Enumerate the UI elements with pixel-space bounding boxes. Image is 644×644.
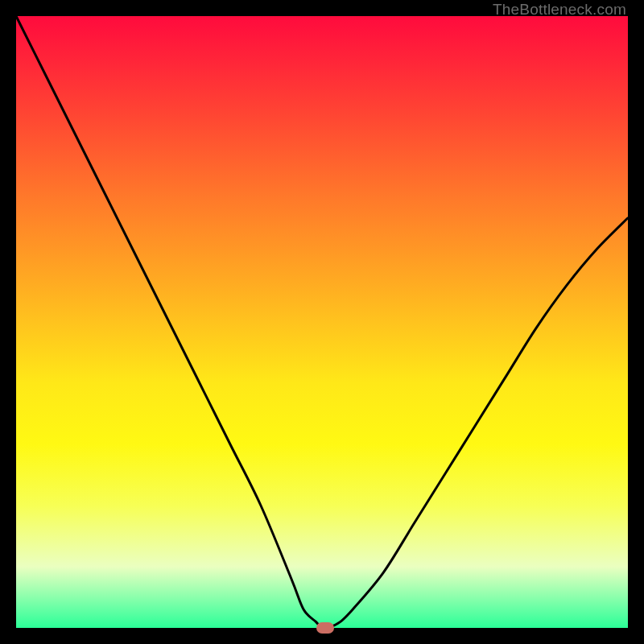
curve-layer [16,16,628,628]
watermark-text: TheBottleneck.com [493,1,626,19]
optimal-point-marker [316,622,334,634]
bottleneck-curve-path [16,16,628,629]
chart-frame: TheBottleneck.com [0,0,644,644]
